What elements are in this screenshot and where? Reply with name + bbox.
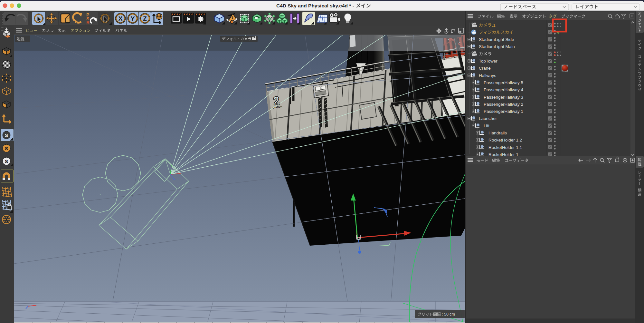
svg-text:Hallways: Hallways — [479, 73, 496, 78]
svg-text:Crane: Crane — [479, 66, 491, 71]
svg-text:: 50 cm: : 50 cm — [442, 312, 455, 317]
svg-text:StadiumLight Main: StadiumLight Main — [479, 44, 515, 49]
svg-text:Y: Y — [131, 15, 135, 22]
svg-text:PassengerHallway 5: PassengerHallway 5 — [484, 80, 523, 85]
svg-text:S: S — [5, 146, 8, 151]
svg-text:Z: Z — [143, 15, 147, 22]
svg-text:X: X — [118, 15, 123, 22]
svg-text:C4D Sky and Physical sky.c4d *: C4D Sky and Physical sky.c4d * - — [276, 3, 354, 8]
svg-text:RocketHolder 1.1: RocketHolder 1.1 — [488, 145, 522, 150]
svg-text:PassengerHallway 3: PassengerHallway 3 — [484, 95, 523, 100]
svg-text:Launcher: Launcher — [479, 116, 497, 121]
svg-text:S: S — [5, 159, 8, 164]
svg-text:PassengerHallway 2: PassengerHallway 2 — [484, 102, 523, 107]
svg-text:.1: .1 — [492, 23, 496, 28]
svg-text:RocketHolder 1.2: RocketHolder 1.2 — [488, 138, 522, 142]
svg-text:S: S — [5, 132, 8, 138]
svg-text:PassengerHallway 4: PassengerHallway 4 — [484, 87, 524, 92]
svg-text:PassengerHallway 1: PassengerHallway 1 — [484, 109, 523, 114]
svg-text:Lift: Lift — [484, 123, 489, 128]
svg-text:Handrails: Handrails — [488, 131, 507, 135]
svg-text:TopTower: TopTower — [479, 59, 497, 64]
svg-text:R: R — [86, 20, 90, 25]
svg-text:StadiumLight Side: StadiumLight Side — [479, 37, 514, 42]
